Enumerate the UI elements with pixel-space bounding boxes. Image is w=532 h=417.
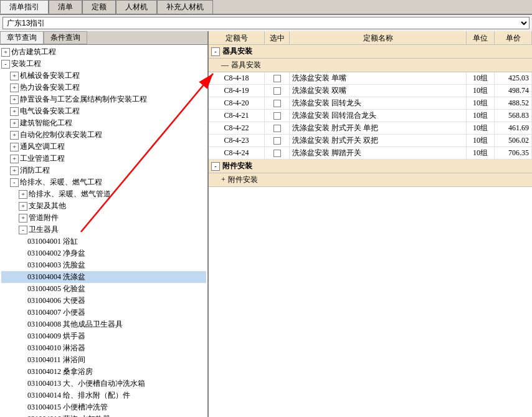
checkbox[interactable]: [273, 150, 281, 157]
expand-icon[interactable]: +: [10, 143, 19, 151]
tree-item-guandao[interactable]: + 给排水、采暖、燃气管道: [1, 188, 206, 200]
list-item[interactable]: 031004007 小便器: [1, 307, 206, 319]
tree-item-zhijia[interactable]: + 支架及其他: [1, 200, 206, 212]
tree-item-tongfeng[interactable]: + 通风空调工程: [1, 141, 206, 153]
list-item[interactable]: 031004009 烘手器: [1, 330, 206, 342]
section-expand-icon[interactable]: -: [211, 162, 220, 171]
list-item[interactable]: 031004005 化验盆: [1, 283, 206, 295]
tab-buchong-rencaiji[interactable]: 补充人材机: [157, 0, 213, 14]
expand-icon[interactable]: +: [1, 48, 10, 57]
list-item[interactable]: 031004016 蒸汽-水加热器: [1, 413, 206, 417]
cell-check[interactable]: [265, 122, 290, 134]
cell-check[interactable]: [265, 97, 290, 109]
checkbox[interactable]: [273, 75, 281, 82]
list-item[interactable]: 031004001 浴缸: [1, 236, 206, 247]
tab-qingdan[interactable]: 清单: [49, 0, 82, 14]
tree-item-jianzhu-zhineng[interactable]: + 建筑智能化工程: [1, 117, 206, 129]
list-item[interactable]: 031004014 给、排水附（配）件: [1, 390, 206, 401]
cell-name: 洗涤盆安装 肘式开关 双把: [290, 135, 467, 146]
tree-item-weisheng-qiju[interactable]: - 卫生器具: [1, 224, 206, 236]
subtab-chapter[interactable]: 章节查询: [0, 31, 44, 44]
subtab-condition[interactable]: 条件查询: [44, 31, 87, 44]
province-select[interactable]: 广东13指引: [2, 17, 530, 29]
cell-code: C8-4-20: [209, 97, 265, 109]
expand-icon[interactable]: +: [10, 107, 19, 116]
cell-check[interactable]: [265, 135, 290, 146]
cell-code: C8-4-23: [209, 135, 265, 146]
cell-price: 706.35: [495, 147, 532, 159]
expand-icon[interactable]: +: [19, 214, 27, 223]
expand-icon[interactable]: +: [10, 84, 19, 92]
cell-check[interactable]: [265, 147, 290, 159]
section-header-qiju[interactable]: - 器具安装: [209, 45, 532, 59]
cell-price: 568.83: [495, 110, 532, 122]
list-item[interactable]: 031004010 淋浴器: [1, 342, 206, 354]
tree-item-fanggu[interactable]: + 仿古建筑工程: [1, 46, 206, 58]
checkbox[interactable]: [273, 137, 281, 145]
checkbox[interactable]: [273, 112, 281, 120]
tree-item-gongye-guandao[interactable]: + 工业管道工程: [1, 153, 206, 165]
tree-item-anzhuang[interactable]: - 安装工程: [1, 58, 206, 70]
table-row: C8-4-20 洗涤盆安装 回转龙头 10组 488.52: [209, 97, 532, 110]
table-body: - 器具安装 — 器具安装 C8-4-18 洗涤盆安装 单嘴 10组 425.0…: [209, 45, 532, 417]
table-row: C8-4-21 洗涤盆安装 回转混合龙头 10组 568.83: [209, 110, 532, 122]
tree-area[interactable]: + 仿古建筑工程 - 安装工程 + 机械设备安装工程 + 热力设备安装工程: [0, 45, 207, 417]
tree-item-zidonghua[interactable]: + 自动化控制仪表安装工程: [1, 129, 206, 141]
expand-icon[interactable]: +: [10, 131, 19, 140]
top-tab-bar: 清单指引 清单 定额 人材机 补充人材机: [0, 0, 532, 15]
cell-price: 461.69: [495, 122, 532, 134]
table-row: C8-4-23 洗涤盆安装 肘式开关 双把 10组 506.02: [209, 135, 532, 147]
cell-check[interactable]: [265, 72, 290, 84]
tab-dinge[interactable]: 定额: [82, 0, 116, 14]
list-item[interactable]: 031004015 小便槽冲洗管: [1, 401, 206, 413]
expand-icon[interactable]: +: [19, 202, 27, 211]
list-item[interactable]: 031004002 净身盆: [1, 247, 206, 259]
checkbox[interactable]: [273, 87, 281, 95]
tree-item-dianqi[interactable]: + 电气设备安装工程: [1, 105, 206, 117]
left-panel: 章节查询 条件查询 + 仿古建筑工程 - 安装工程: [0, 31, 209, 417]
tab-qingdan-zhiyin[interactable]: 清单指引: [0, 0, 49, 14]
cell-code: C8-4-19: [209, 85, 265, 97]
tab-rencaiji[interactable]: 人材机: [116, 0, 157, 14]
list-item[interactable]: 031004011 淋浴间: [1, 354, 206, 366]
section-expand-icon[interactable]: -: [211, 47, 220, 56]
cell-unit: 10组: [467, 147, 495, 159]
tree-item-jipaishu[interactable]: - 给排水、采暖、燃气工程: [1, 176, 206, 188]
expand-icon[interactable]: -: [10, 178, 19, 187]
cell-code: C8-4-21: [209, 110, 265, 122]
cell-price: 488.52: [495, 97, 532, 109]
col-header-price: 单价: [495, 31, 532, 46]
expand-icon[interactable]: -: [19, 226, 27, 234]
list-item[interactable]: 031004013 大、小便槽自动冲洗水箱: [1, 378, 206, 390]
list-item[interactable]: 031004008 其他成品卫生器具: [1, 319, 206, 330]
expand-icon[interactable]: -: [1, 60, 10, 69]
expand-icon[interactable]: +: [10, 119, 19, 128]
list-item[interactable]: 031004003 洗脸盆: [1, 259, 206, 271]
tree-item-reli[interactable]: + 热力设备安装工程: [1, 82, 206, 93]
expand-icon[interactable]: +: [10, 72, 19, 80]
plus-icon: +: [221, 175, 226, 185]
checkbox[interactable]: [273, 125, 281, 132]
col-header-code: 定额号: [209, 31, 265, 46]
col-header-unit: 单位: [467, 31, 495, 46]
tree-item-jingzhi[interactable]: + 静置设备与工艺金属结构制作安装工程: [1, 93, 206, 105]
list-item-selected[interactable]: 031004004 洗涤盆: [1, 271, 206, 283]
expand-icon[interactable]: +: [10, 95, 19, 104]
cell-price: 425.03: [495, 72, 532, 84]
cell-check[interactable]: [265, 85, 290, 97]
section-header-fujian[interactable]: - 附件安装: [209, 160, 532, 173]
expand-icon[interactable]: +: [10, 166, 19, 175]
cell-price: 498.74: [495, 85, 532, 97]
expand-icon[interactable]: +: [10, 155, 19, 163]
col-header-name: 定额名称: [290, 31, 467, 46]
tree-item-guandaofujian[interactable]: + 管道附件: [1, 212, 206, 224]
tree-item-jixie[interactable]: + 机械设备安装工程: [1, 70, 206, 82]
checkbox[interactable]: [273, 100, 281, 107]
cell-code: C8-4-18: [209, 72, 265, 84]
tree-item-xiaofang[interactable]: + 消防工程: [1, 165, 206, 176]
col-header-checked: 选中: [265, 31, 290, 46]
expand-icon[interactable]: +: [19, 190, 27, 199]
list-item[interactable]: 031004012 桑拿浴房: [1, 366, 206, 378]
list-item[interactable]: 031004006 大便器: [1, 295, 206, 307]
cell-check[interactable]: [265, 110, 290, 122]
